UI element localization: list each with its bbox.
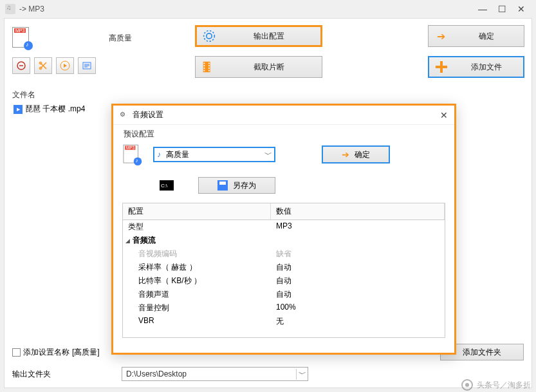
file-list: 琵琶 千本樱 .mp4 bbox=[12, 102, 109, 116]
save-as-button[interactable]: 另存为 bbox=[198, 177, 275, 194]
arrow-right-icon: ➔ bbox=[342, 149, 349, 160]
window-title: -> MP3 bbox=[19, 5, 44, 14]
svg-rect-3 bbox=[204, 63, 205, 64]
table-row[interactable]: 比特率（ KB/秒 ）自动 bbox=[123, 274, 445, 288]
add-setting-value: [高质量] bbox=[72, 347, 100, 358]
config-table: 配置 数值 类型 MP3 ◢ 音频流 音视频编码缺省 采样率（ 赫兹 ）自动 比… bbox=[122, 203, 445, 338]
cut-clip-label: 截取片断 bbox=[221, 62, 317, 73]
table-row[interactable]: 类型 MP3 bbox=[123, 220, 445, 234]
add-setting-checkbox[interactable] bbox=[12, 348, 21, 357]
svg-rect-9 bbox=[208, 68, 210, 69]
app-icon bbox=[5, 4, 15, 14]
toolbar-play-button[interactable] bbox=[56, 57, 74, 74]
minimize-button[interactable]: — bbox=[473, 4, 492, 14]
close-button[interactable]: ✕ bbox=[512, 4, 531, 14]
output-folder-value: D:\Users\Desktop bbox=[122, 369, 296, 378]
gear-icon bbox=[202, 29, 216, 43]
file-item[interactable]: 琵琶 千本樱 .mp4 bbox=[12, 102, 109, 116]
preset-combo[interactable]: ♪ 高质量 ﹀ bbox=[153, 147, 275, 162]
film-icon bbox=[201, 60, 215, 74]
arrow-right-icon: ➔ bbox=[434, 29, 448, 43]
ok-button[interactable]: ➔ 确定 bbox=[428, 25, 524, 47]
cut-clip-button[interactable]: 截取片断 bbox=[195, 56, 322, 78]
toolbar-remove-button[interactable] bbox=[12, 57, 30, 74]
table-group[interactable]: ◢ 音频流 bbox=[123, 234, 445, 247]
toolbar-info-button[interactable] bbox=[78, 57, 96, 74]
add-file-label: 添加文件 bbox=[455, 62, 518, 73]
mp3-format-icon bbox=[12, 27, 32, 49]
chevron-down-icon: ﹀ bbox=[263, 149, 274, 160]
add-file-button[interactable]: 添加文件 bbox=[428, 56, 524, 78]
output-folder-label: 输出文件夹 bbox=[12, 369, 115, 380]
table-header: 配置 数值 bbox=[123, 203, 445, 220]
ok-label: 确定 bbox=[454, 31, 519, 42]
group-name: 音频流 bbox=[133, 235, 156, 246]
quality-label: 高质量 bbox=[109, 33, 132, 44]
chevron-down-icon: ﹀ bbox=[296, 369, 308, 380]
plus-icon bbox=[434, 60, 448, 74]
console-icon bbox=[160, 180, 174, 191]
svg-rect-6 bbox=[204, 70, 205, 71]
filelist-header: 文件名 bbox=[12, 89, 35, 100]
mp3-format-icon bbox=[124, 145, 141, 165]
main-panel: 高质量 输出配置 ➔ 确定 截取片断 添加文件 文件名 琵琶 千本樱 .mp4 bbox=[4, 18, 532, 388]
dialog-title: 音频设置 bbox=[133, 109, 163, 120]
table-row[interactable]: VBR无 bbox=[123, 315, 445, 328]
output-folder-row: 输出文件夹 D:\Users\Desktop ﹀ bbox=[12, 367, 524, 381]
table-row[interactable]: 音频声道自动 bbox=[123, 288, 445, 301]
titlebar: -> MP3 — ☐ ✕ bbox=[0, 0, 536, 18]
video-file-icon bbox=[14, 105, 23, 114]
table-row[interactable]: 音视频编码缺省 bbox=[123, 247, 445, 261]
svg-rect-7 bbox=[208, 63, 210, 64]
dialog-ok-label: 确定 bbox=[355, 149, 370, 160]
toolbar-cut-button[interactable] bbox=[34, 57, 52, 74]
music-note-icon: ♪ bbox=[154, 150, 161, 159]
svg-rect-5 bbox=[204, 68, 205, 69]
save-icon bbox=[217, 180, 228, 191]
output-config-button[interactable]: 输出配置 bbox=[195, 25, 322, 47]
svg-rect-8 bbox=[208, 65, 210, 66]
dialog-close-button[interactable]: ✕ bbox=[440, 110, 448, 120]
save-as-label: 另存为 bbox=[233, 180, 256, 191]
svg-rect-10 bbox=[208, 70, 210, 71]
preset-label: 预设配置 bbox=[124, 129, 445, 140]
svg-rect-4 bbox=[204, 65, 205, 66]
audio-settings-dialog: ⚙ 音频设置 ✕ 预设配置 ♪ 高质量 ﹀ ➔ 确定 bbox=[111, 104, 456, 355]
dialog-ok-button[interactable]: ➔ 确定 bbox=[322, 145, 390, 163]
table-row[interactable]: 采样率（ 赫兹 ）自动 bbox=[123, 261, 445, 274]
output-folder-combo[interactable]: D:\Users\Desktop ﹀ bbox=[122, 367, 308, 381]
col-value: 数值 bbox=[271, 203, 445, 219]
svg-point-0 bbox=[207, 33, 212, 39]
svg-point-1 bbox=[204, 31, 215, 42]
settings-icon: ⚙ bbox=[120, 111, 129, 120]
toolbar bbox=[12, 57, 96, 74]
maximize-button[interactable]: ☐ bbox=[492, 4, 512, 14]
dialog-titlebar: ⚙ 音频设置 ✕ bbox=[113, 106, 454, 125]
output-config-label: 输出配置 bbox=[223, 31, 315, 42]
add-folder-label: 添加文件夹 bbox=[463, 347, 501, 358]
add-setting-label: 添加设置名称 bbox=[23, 347, 69, 358]
preset-value: 高质量 bbox=[161, 149, 263, 160]
table-row[interactable]: 音量控制100% bbox=[123, 301, 445, 315]
file-name: 琵琶 千本樱 .mp4 bbox=[25, 104, 85, 115]
col-config: 配置 bbox=[123, 203, 271, 219]
collapse-icon: ◢ bbox=[125, 238, 130, 244]
